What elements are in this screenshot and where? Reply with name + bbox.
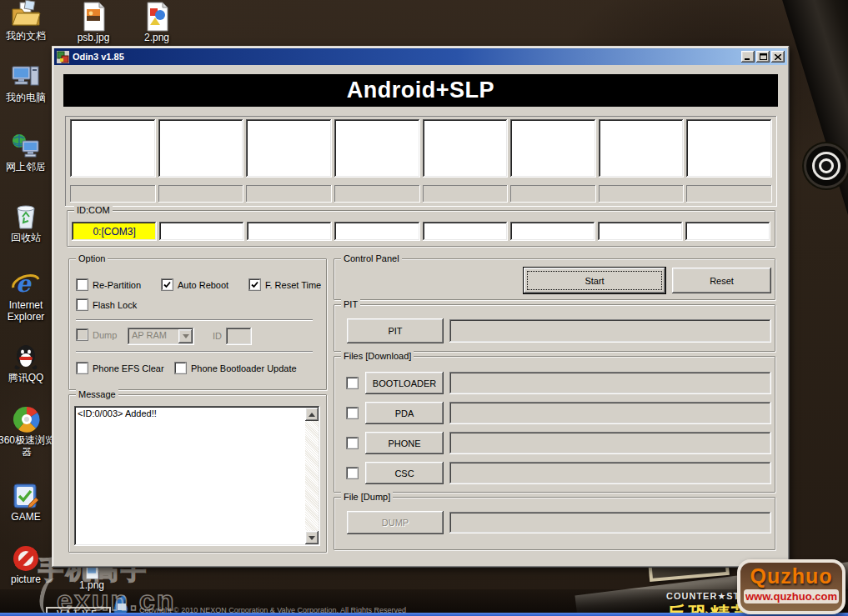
desktop-icon-picture[interactable]: picture	[0, 543, 53, 586]
com-port-cell	[423, 222, 508, 241]
window-title: Odin3 v1.85	[73, 52, 741, 62]
desktop-icon-psb-jpg[interactable]: psb.jpg	[67, 2, 120, 44]
bootloader-file-field	[449, 372, 771, 394]
desktop-icon-label: 我的文档	[0, 31, 53, 43]
auto-reboot-checkbox[interactable]	[162, 279, 173, 290]
com-port-cell	[334, 222, 419, 241]
odin-window: Odin3 v1.85 Android+SLP	[52, 46, 790, 568]
dump-id-field	[226, 328, 252, 345]
maximize-button[interactable]	[756, 51, 770, 63]
progress-bar	[510, 185, 596, 203]
pda-button[interactable]: PDA	[365, 402, 444, 424]
maximize-icon	[760, 53, 767, 60]
re-partition-label: Re-Partition	[93, 280, 141, 290]
status-box	[246, 119, 332, 178]
progress-bar	[423, 185, 509, 203]
banner-text: Android+SLP	[347, 78, 494, 103]
csc-button[interactable]: CSC	[365, 462, 444, 484]
svg-text:e: e	[16, 270, 33, 298]
phone-button[interactable]: PHONE	[365, 432, 444, 454]
reset-button[interactable]: Reset	[672, 268, 771, 293]
desktop-icon-game[interactable]: GAME	[0, 481, 53, 523]
game-icon	[11, 481, 41, 511]
scroll-up-button[interactable]	[305, 408, 319, 421]
progress-bar	[246, 185, 332, 203]
message-group: Message <ID:0/003> Added!!	[68, 394, 327, 553]
desktop-icon-label: 2.png	[130, 33, 183, 44]
status-box	[686, 119, 772, 178]
com-port-cell	[685, 222, 770, 241]
csc-checkbox[interactable]	[347, 468, 358, 478]
close-button[interactable]	[771, 51, 785, 63]
option-group: Option Re-Partition Auto Reboot F. Reset…	[68, 258, 327, 390]
dropdown-button	[178, 329, 193, 343]
message-log: <ID:0/003> Added!!	[74, 406, 320, 546]
titlebar[interactable]: Odin3 v1.85	[54, 48, 787, 65]
desktop-icon-my-documents[interactable]: 我的文档	[0, 0, 53, 43]
scroll-down-button[interactable]	[305, 531, 319, 544]
desktop-icon-my-computer[interactable]: 我的电脑	[0, 62, 53, 104]
pda-checkbox[interactable]	[347, 408, 358, 418]
minimize-icon	[745, 54, 751, 60]
desktop-icon-recycle-bin[interactable]: 回收站	[0, 202, 53, 244]
phone-bootloader-update-checkbox[interactable]	[175, 363, 186, 373]
control-panel-label: Control Panel	[341, 253, 402, 263]
message-log-text: <ID:0/003> Added!!	[78, 408, 304, 418]
desktop-icon-label: 我的电脑	[0, 93, 53, 104]
recycle-bin-icon	[11, 202, 41, 232]
desktop-icon-network-places[interactable]: 网上邻居	[0, 131, 53, 173]
minimize-button[interactable]	[741, 51, 755, 63]
desktop-icon-label: GAME	[0, 512, 53, 523]
dump-button: DUMP	[347, 511, 444, 534]
com-port-cell: 0:[COM3]	[72, 222, 157, 241]
phone-efs-clear-label: Phone EFS Clear	[93, 363, 164, 373]
tencent-qq-icon	[11, 342, 41, 372]
pda-file-field	[449, 402, 771, 424]
desktop: { "colors": { "titlebar_gradient_left": …	[0, 0, 848, 616]
pit-button[interactable]: PIT	[347, 318, 444, 343]
360-browser-icon	[12, 404, 42, 434]
my-documents-icon	[11, 0, 41, 30]
rifle-scope-graphic	[806, 146, 846, 186]
pit-file-field	[449, 319, 771, 343]
progress-bar	[599, 185, 685, 203]
f-reset-time-checkbox[interactable]	[249, 279, 260, 290]
desktop-icon-label: 1.png	[68, 580, 115, 592]
phone-checkbox[interactable]	[347, 438, 358, 448]
taskbar-edge[interactable]	[0, 613, 848, 616]
bootloader-checkbox[interactable]	[347, 378, 358, 388]
file-dump-group: File [Dump] DUMP	[334, 497, 775, 550]
jpeg-image-file-icon	[78, 2, 108, 32]
dump-target-value: AP RAM	[128, 328, 177, 345]
progress-bar	[334, 185, 420, 203]
files-download-group: Files [Download] BOOTLOADER PDA PHONE CS…	[334, 356, 775, 493]
progress-bar	[686, 185, 772, 203]
desktop-icon-internet-explorer[interactable]: e Internet Explorer	[0, 269, 53, 323]
status-panel	[65, 116, 777, 207]
desktop-icon-360-browser[interactable]: 360极速浏览器	[0, 404, 56, 458]
bootloader-button[interactable]: BOOTLOADER	[365, 372, 444, 394]
phone-efs-clear-checkbox[interactable]	[77, 363, 88, 373]
chevron-down-icon	[309, 536, 315, 540]
dump-label: Dump	[93, 330, 117, 340]
flash-lock-checkbox[interactable]	[77, 299, 88, 310]
internet-explorer-icon: e	[11, 269, 41, 299]
odin-app-icon	[57, 51, 69, 63]
status-box	[599, 119, 685, 178]
dump-file-field	[449, 512, 771, 533]
desktop-icon-label: 网上邻居	[0, 162, 53, 173]
com-port-cell	[510, 222, 595, 241]
quzhuo-badge: Quzhuo www.quzhuo.com	[737, 559, 845, 614]
progress-bar	[158, 185, 244, 203]
option-divider	[76, 319, 313, 321]
start-button[interactable]: Start	[524, 268, 665, 293]
re-partition-checkbox[interactable]	[77, 279, 88, 290]
desktop-icon-2-png[interactable]: 2.png	[130, 2, 183, 44]
dump-target-select: AP RAM	[128, 328, 194, 345]
message-scrollbar[interactable]	[305, 408, 319, 544]
desktop-icon-qq[interactable]: 腾讯QQ	[0, 342, 53, 384]
pit-group-label: PIT	[341, 299, 360, 309]
png-image-file-icon	[142, 2, 172, 32]
message-group-label: Message	[76, 389, 118, 399]
status-box	[423, 119, 509, 178]
